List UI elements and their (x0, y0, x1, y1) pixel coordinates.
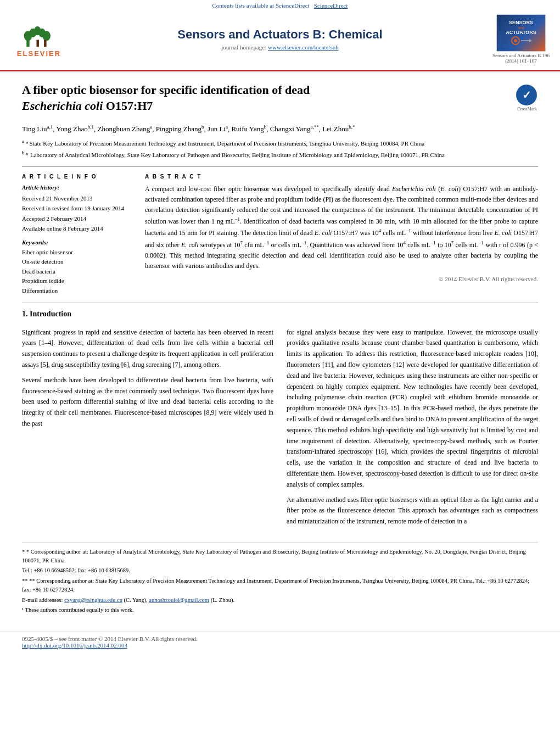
authors-line: Ting Liua,1, Yong Zhaob,1, Zhonghuan Zha… (22, 122, 538, 135)
svg-rect-7 (44, 40, 47, 47)
journal-citation: Sensors and Actuators B 196 (2014) 161–1… (491, 53, 551, 64)
keyword-4: Propidium iodide (22, 276, 132, 286)
elsevier-tree-icon (20, 21, 58, 48)
abstract-column: A B S T R A C T A compact and low-cost f… (145, 174, 538, 296)
sensors-logo-box: SENSORS and ACTUATORS Sensors and Actuat… (491, 14, 551, 64)
sciencedirect-text: Contents lists available at ScienceDirec… (212, 2, 309, 9)
keyword-1: Fiber optic biosensor (22, 248, 132, 258)
article-title: A fiber optic biosensor for specific ide… (22, 82, 505, 114)
abstract-text: A compact and low-cost fiber optic biose… (145, 184, 538, 272)
article-body: A fiber optic biosensor for specific ide… (0, 71, 560, 627)
body-two-col: Significant progress in rapid and sensit… (22, 327, 538, 532)
footnote-star2: ** ** Corresponding author at: State Key… (22, 577, 538, 594)
footer-doi[interactable]: http://dx.doi.org/10.1016/j.snb.2014.02.… (22, 642, 127, 649)
footnote-1: ¹ These authors contributed equally to t… (22, 606, 538, 615)
article-title-text: A fiber optic biosensor for specific ide… (22, 82, 505, 115)
footnotes: * * Corresponding author at: Laboratory … (22, 543, 538, 615)
intro-p3: for signal analysis because they were ea… (287, 327, 538, 490)
footnote-tel: Tel.: +86 10 66948562; fax: +86 10 63815… (22, 566, 538, 575)
affiliation-a: a ᵃ State Key Laboratory of Precision Me… (22, 138, 538, 148)
received-revised-date: Received in revised form 19 January 2014 (22, 204, 132, 213)
header-top-bar: Contents lists available at ScienceDirec… (0, 0, 560, 10)
sensors-logo-line2: ACTUATORS (506, 30, 536, 35)
article-info-column: A R T I C L E I N F O Article history: R… (22, 174, 132, 296)
email-link-1[interactable]: cxyang@tsinghua.edu.cn (64, 597, 122, 603)
available-date: Available online 8 February 2014 (22, 224, 132, 233)
svg-rect-0 (26, 40, 29, 47)
elsevier-logo: ELSEVIER (9, 21, 69, 58)
keyword-2: On-site detection (22, 257, 132, 267)
elsevier-wordmark: ELSEVIER (17, 49, 61, 58)
title-line1: A fiber optic biosensor for specific ide… (22, 83, 310, 97)
crossmark-label: CrossMark (516, 107, 538, 111)
intro-p2: Several methods have been developed to d… (22, 375, 273, 429)
email1-name: (C. Yang), (122, 597, 148, 603)
email-link-2[interactable]: annoshzoulei@gmail.com (149, 597, 209, 603)
sensors-logo-icon (510, 35, 532, 46)
crossmark-badge: ✓ CrossMark (516, 85, 538, 107)
sensors-logo-and: and (518, 26, 524, 30)
sensors-logo-line1: SENSORS (509, 20, 533, 26)
authors-text: Ting Liua,1, Yong Zhaob,1, Zhonghuan Zha… (22, 125, 355, 133)
journal-title-center: Sensors and Actuators B: Chemical journa… (69, 27, 491, 51)
sciencedirect-link[interactable]: ScienceDirect (314, 2, 348, 9)
title-rest: O157:H7 (103, 99, 153, 113)
body-col-left: Significant progress in rapid and sensit… (22, 327, 273, 532)
accepted-date: Accepted 2 February 2014 (22, 214, 132, 224)
body-col-right: for signal analysis because they were ea… (287, 327, 538, 532)
svg-rect-6 (36, 40, 39, 47)
keyword-3: Dead bacteria (22, 267, 132, 277)
header-main: ELSEVIER Sensors and Actuators B: Chemic… (0, 10, 560, 67)
divider-1 (22, 166, 538, 167)
keyword-5: Differentiation (22, 286, 132, 296)
intro-heading: 1. Introduction (22, 310, 538, 319)
abstract-heading: A B S T R A C T (145, 174, 538, 180)
email2-name: (L. Zhou). (209, 597, 234, 603)
svg-marker-11 (529, 39, 532, 42)
homepage-url[interactable]: www.elsevier.com/locate/snb (268, 44, 339, 51)
footnote-email: E-mail addresses: cxyang@tsinghua.edu.cn… (22, 596, 538, 605)
keywords-label: Keywords: (22, 239, 132, 246)
intro-p4: An alternative method uses fiber optic b… (287, 495, 538, 527)
divider-2 (22, 303, 538, 303)
footer-issn: 0925-4005/$ – see front matter © 2014 El… (22, 635, 198, 642)
journal-homepage: journal homepage: www.elsevier.com/locat… (69, 44, 491, 51)
footer-bar: 0925-4005/$ – see front matter © 2014 El… (0, 632, 560, 652)
homepage-label: journal homepage: (221, 44, 266, 51)
svg-point-9 (514, 39, 517, 42)
footnote-star: * * Corresponding author at: Laboratory … (22, 548, 538, 565)
page-container: Contents lists available at ScienceDirec… (0, 0, 560, 652)
title-italic: Escherichia coli (22, 99, 103, 113)
article-info-heading: A R T I C L E I N F O (22, 174, 132, 180)
copyright-line: © 2014 Elsevier B.V. All rights reserved… (145, 276, 538, 282)
affiliation-b: b ᵇ Laboratory of Analytical Microbiolog… (22, 149, 538, 159)
journal-name: Sensors and Actuators B: Chemical (69, 27, 491, 42)
journal-header: Contents lists available at ScienceDirec… (0, 0, 560, 71)
email-label: E-mail addresses: (22, 597, 63, 603)
crossmark-icon: ✓ (516, 85, 537, 105)
received-date: Received 21 November 2013 (22, 194, 132, 203)
intro-p1: Significant progress in rapid and sensit… (22, 327, 273, 371)
article-info-abstract: A R T I C L E I N F O Article history: R… (22, 174, 538, 296)
article-title-section: A fiber optic biosensor for specific ide… (22, 82, 538, 115)
crossmark-symbol: ✓ (522, 88, 531, 102)
article-history-label: Article history: (22, 184, 132, 191)
sensors-actuators-logo: SENSORS and ACTUATORS (496, 14, 546, 52)
svg-point-5 (42, 31, 51, 41)
